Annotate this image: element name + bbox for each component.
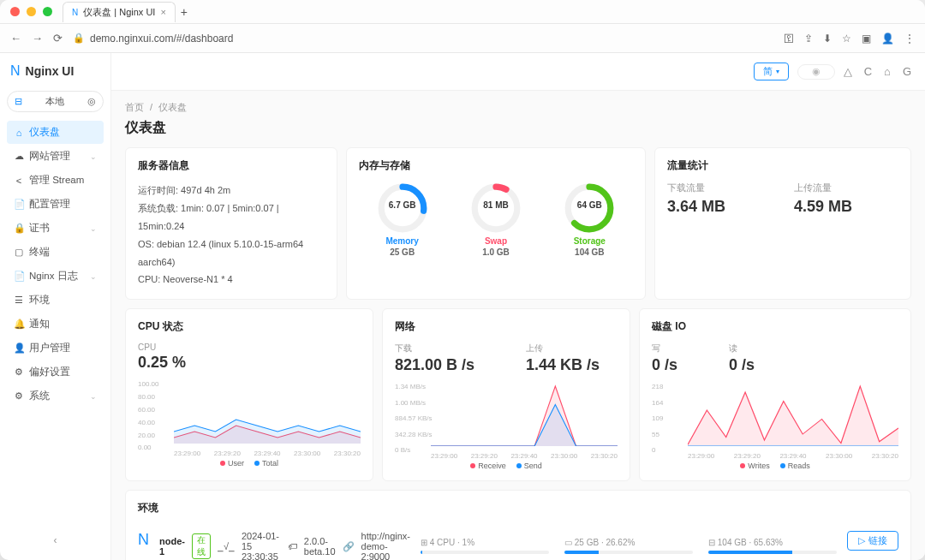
window-titlebar: N 仪表盘 | Nginx UI × +: [0, 0, 925, 24]
card-title: 流量统计: [667, 158, 898, 173]
close-tab-icon[interactable]: ×: [160, 7, 165, 17]
sidebar-item[interactable]: 🔔通知: [7, 313, 104, 336]
sidebar-item[interactable]: 🔒证书⌄: [7, 217, 104, 240]
menu-icon: <: [14, 176, 24, 186]
upload-label: 上传流量: [794, 182, 852, 194]
maximize-window[interactable]: [43, 7, 52, 16]
logo-text: Nginx UI: [26, 64, 75, 78]
link-icon: 🔗: [343, 541, 355, 552]
menu-label: 证书: [29, 222, 50, 235]
collapse-sidebar[interactable]: ‹: [7, 529, 104, 551]
sidebar-item[interactable]: <管理 Stream: [7, 169, 104, 192]
memory-icon: ▭: [564, 538, 572, 547]
load: 系统负载: 1min: 0.07 | 5min:0.07 | 15min:0.2…: [138, 200, 325, 235]
download-speed: 821.00 B /s: [395, 356, 474, 374]
menu-icon: 👤: [14, 343, 24, 354]
sidebar-item[interactable]: ☁网站管理⌄: [7, 145, 104, 168]
donut-gauge: 81 MB Swap 1.0 GB: [469, 182, 522, 257]
node-host: http://nginx-demo-2:9000: [361, 531, 410, 560]
menu-label: 配置管理: [29, 198, 70, 211]
env-label: 本地: [45, 95, 64, 108]
address-bar[interactable]: 🔒 demo.nginxui.com/#/dashboard: [73, 33, 233, 45]
menu-label: 系统: [29, 390, 50, 402]
sidebar-item[interactable]: 📄配置管理: [7, 193, 104, 216]
settings-icon: ◎: [87, 96, 96, 107]
sidebar-item[interactable]: 👤用户管理: [7, 337, 104, 360]
topbar: 简 ▾ ◉ △ C ⌂ G: [111, 53, 925, 91]
menu-label: 通知: [29, 318, 50, 331]
logo[interactable]: N Nginx UI: [7, 62, 104, 80]
node-icon: N: [138, 531, 149, 549]
menu-label: 偏好设置: [29, 366, 70, 378]
menu-label: 用户管理: [29, 342, 70, 354]
download-value: 3.64 MB: [667, 198, 725, 216]
env-selector[interactable]: ⊟ 本地 ◎: [7, 91, 104, 112]
upload-value: 4.59 MB: [794, 198, 852, 216]
menu-label: 仪表盘: [29, 126, 60, 139]
menu-icon[interactable]: ⋮: [904, 33, 915, 45]
logout-icon[interactable]: G: [903, 65, 911, 78]
bookmark-icon[interactable]: ☆: [842, 33, 851, 45]
node-time: 2024-01-15 23:30:35: [242, 531, 281, 560]
cpu: CPU: Neoverse-N1 * 4: [138, 271, 325, 289]
heartbeat-icon: ⎯√⎯: [218, 541, 235, 551]
share-icon[interactable]: ⇪: [804, 33, 813, 45]
sidebar: N Nginx UI ⊟ 本地 ◎ ⌂仪表盘☁网站管理⌄<管理 Stream📄配…: [0, 53, 111, 560]
download-icon[interactable]: ⬇: [823, 33, 832, 45]
new-tab-button[interactable]: +: [181, 5, 188, 19]
card-title: 网络: [395, 319, 618, 334]
menu-icon: ⌂: [14, 128, 24, 138]
menu-icon: ▢: [14, 247, 24, 258]
breadcrumb-page: 仪表盘: [158, 102, 187, 112]
menu-icon: ⚙: [14, 390, 24, 402]
menu-icon: 📄: [14, 271, 24, 282]
breadcrumb: 首页 / 仪表盘: [125, 101, 911, 114]
cpu-status-card: CPU 状态 CPU 0.25 % 100.0080.0060.0040.002…: [125, 308, 373, 481]
memory-card: 内存与存储 6.7 GB Memory 25 GB 81 MB Swap 1.0…: [346, 147, 646, 300]
key-icon[interactable]: ⚿: [784, 33, 794, 45]
forward-icon[interactable]: →: [32, 32, 43, 45]
env-card: 环境 N node-1 在线 ⎯√⎯ 2024-01-15 23:30:35 🏷…: [125, 490, 911, 560]
donut-gauge: 64 GB Storage 104 GB: [563, 182, 616, 257]
chevron-down-icon: ⌄: [90, 392, 97, 401]
logo-icon: N: [10, 63, 21, 79]
node-version: 2.0.0-beta.10: [304, 536, 336, 557]
donut-gauge: 6.7 GB Memory 25 GB: [376, 182, 429, 257]
page-title: 仪表盘: [125, 119, 911, 137]
card-title: 磁盘 IO: [652, 319, 898, 334]
server-info-card: 服务器信息 运行时间: 497d 4h 2m 系统负载: 1min: 0.07 …: [125, 147, 337, 300]
sidebar-item[interactable]: ⚙偏好设置: [7, 360, 104, 384]
reload-icon[interactable]: ⟳: [53, 32, 63, 45]
sidebar-item[interactable]: ▢终端: [7, 241, 104, 264]
menu-icon: 🔒: [14, 223, 24, 234]
back-icon[interactable]: ←: [10, 32, 21, 45]
menu-icon: 🔔: [14, 319, 24, 330]
menu-icon: ☁: [14, 151, 24, 162]
nav-menu: ⌂仪表盘☁网站管理⌄<管理 Stream📄配置管理🔒证书⌄▢终端📄Nginx 日…: [7, 121, 104, 408]
play-icon: ▷: [858, 535, 865, 546]
language-button[interactable]: 简 ▾: [754, 63, 789, 80]
close-window[interactable]: [10, 7, 20, 16]
profile-icon[interactable]: 👤: [881, 33, 894, 45]
sidebar-item[interactable]: ⌂仪表盘: [7, 121, 104, 144]
chevron-down-icon: ⌄: [90, 272, 97, 281]
link-button[interactable]: ▷ 链接: [847, 531, 898, 551]
minimize-window[interactable]: [27, 7, 36, 16]
sidebar-item[interactable]: ☰环境: [7, 289, 104, 312]
lock-icon: 🔒: [73, 33, 85, 44]
browser-tab[interactable]: N 仪表盘 | Nginx UI ×: [63, 2, 176, 22]
disk-io-card: 磁盘 IO 写 0 /s 读 0 /s 21816410955023:29:: [639, 308, 911, 481]
refresh-icon[interactable]: C: [864, 65, 872, 78]
theme-toggle[interactable]: ◉: [797, 64, 835, 80]
breadcrumb-home[interactable]: 首页: [125, 102, 144, 112]
server-icon: ⊟: [15, 96, 22, 107]
menu-label: 环境: [29, 294, 50, 307]
uptime: 运行时间: 497d 4h 2m: [138, 182, 325, 200]
version-icon: 🏷: [288, 541, 297, 551]
home-icon[interactable]: ⌂: [884, 65, 891, 78]
extensions-icon[interactable]: ▣: [862, 33, 871, 45]
node-row: N node-1 在线 ⎯√⎯ 2024-01-15 23:30:35 🏷 2.…: [138, 524, 898, 560]
sidebar-item[interactable]: ⚙系统⌄: [7, 384, 104, 408]
bell-icon[interactable]: △: [844, 65, 852, 78]
sidebar-item[interactable]: 📄Nginx 日志⌄: [7, 265, 104, 288]
